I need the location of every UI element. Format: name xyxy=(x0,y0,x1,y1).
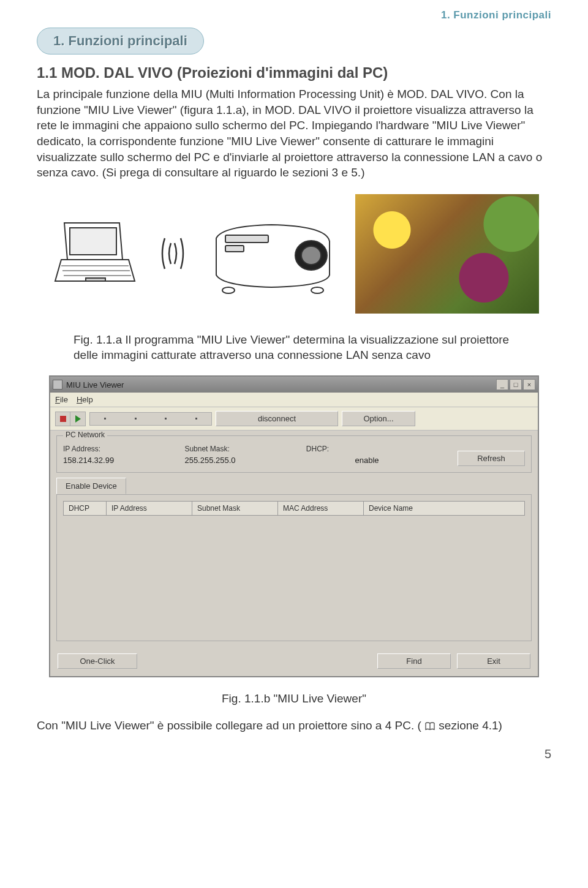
window-title: MIU Live Viewer xyxy=(66,380,496,389)
footer-paragraph: Con "MIU Live Viewer" è possibile colleg… xyxy=(37,718,551,734)
option-button[interactable]: Option... xyxy=(342,411,415,426)
tab-row: Enable Device xyxy=(56,478,532,494)
dot-icon xyxy=(195,418,197,420)
toolbar: disconnect Option... xyxy=(50,407,538,431)
pc-network-legend: PC Network xyxy=(63,431,107,439)
tab-enable-device[interactable]: Enable Device xyxy=(56,478,126,494)
device-table-header: DHCP IP Address Subnet Mask MAC Address … xyxy=(63,501,525,516)
laptop-icon xyxy=(49,217,141,290)
play-icon xyxy=(75,415,81,423)
dot-icon xyxy=(104,418,106,420)
close-button[interactable]: × xyxy=(523,379,535,390)
refresh-button[interactable]: Refresh xyxy=(458,451,525,466)
toolbar-indicator xyxy=(89,412,212,426)
ip-label: IP Address: xyxy=(63,445,184,453)
menubar: File Help xyxy=(50,393,538,407)
bottom-button-row: One-Click Find Exit xyxy=(50,647,538,676)
col-device[interactable]: Device Name xyxy=(364,502,524,515)
wireless-icon xyxy=(157,232,188,275)
col-dhcp[interactable]: DHCP xyxy=(64,502,107,515)
maximize-button[interactable]: □ xyxy=(510,379,522,390)
svg-rect-7 xyxy=(225,235,268,243)
col-subnet[interactable]: Subnet Mask xyxy=(192,502,278,515)
footer-text-1: Con "MIU Live Viewer" è possibile colleg… xyxy=(37,719,421,732)
section-pill: 1. Funzioni principali xyxy=(37,28,204,55)
svg-rect-8 xyxy=(225,246,244,252)
page-number: 5 xyxy=(37,747,551,761)
svg-point-9 xyxy=(222,287,235,293)
svg-point-6 xyxy=(301,246,321,265)
find-button[interactable]: Find xyxy=(377,653,451,669)
projector-icon xyxy=(204,208,339,299)
miu-live-viewer-window: MIU Live Viewer _ □ × File Help disconne… xyxy=(49,375,539,677)
subnet-value: 255.255.255.0 xyxy=(184,456,306,465)
running-header: 1. Funzioni principali xyxy=(37,9,551,21)
titlebar: MIU Live Viewer _ □ × xyxy=(50,377,538,393)
pc-network-group: PC Network IP Address: 158.214.32.99 Sub… xyxy=(56,435,532,473)
book-icon xyxy=(424,722,435,731)
subnet-label: Subnet Mask: xyxy=(184,445,306,453)
menu-file[interactable]: File xyxy=(55,395,68,404)
stop-button[interactable] xyxy=(56,412,70,426)
dhcp-label: DHCP: xyxy=(306,445,428,453)
svg-rect-0 xyxy=(70,228,116,255)
sample-photo xyxy=(355,194,539,314)
dhcp-value: enable xyxy=(306,456,428,465)
svg-rect-4 xyxy=(86,278,105,281)
dot-icon xyxy=(135,418,137,420)
menu-help[interactable]: Help xyxy=(77,395,93,404)
one-click-button[interactable]: One-Click xyxy=(58,653,137,669)
section-title: 1.1 MOD. DAL VIVO (Proiezioni d'immagini… xyxy=(37,64,551,81)
device-panel: DHCP IP Address Subnet Mask MAC Address … xyxy=(56,494,532,641)
illustration-row xyxy=(49,194,539,314)
minimize-button[interactable]: _ xyxy=(496,379,508,390)
dot-icon xyxy=(165,418,167,420)
ip-value: 158.214.32.99 xyxy=(63,456,184,465)
body-paragraph: La principale funzione della MIU (Multi … xyxy=(37,86,551,181)
col-mac[interactable]: MAC Address xyxy=(278,502,364,515)
exit-button[interactable]: Exit xyxy=(457,653,530,669)
svg-point-10 xyxy=(311,287,323,293)
col-ip[interactable]: IP Address xyxy=(107,502,192,515)
play-button[interactable] xyxy=(70,412,85,426)
disconnect-button[interactable]: disconnect xyxy=(216,411,338,426)
footer-text-2: sezione 4.1) xyxy=(439,719,502,732)
figure-a-caption: Fig. 1.1.a Il programma "MIU Live Viewer… xyxy=(74,332,527,363)
window-controls: _ □ × xyxy=(496,379,535,390)
figure-b-caption: Fig. 1.1.b "MIU Live Viewer" xyxy=(37,692,551,706)
app-icon xyxy=(53,380,62,389)
record-play-box xyxy=(55,412,86,426)
stop-icon xyxy=(60,416,66,422)
